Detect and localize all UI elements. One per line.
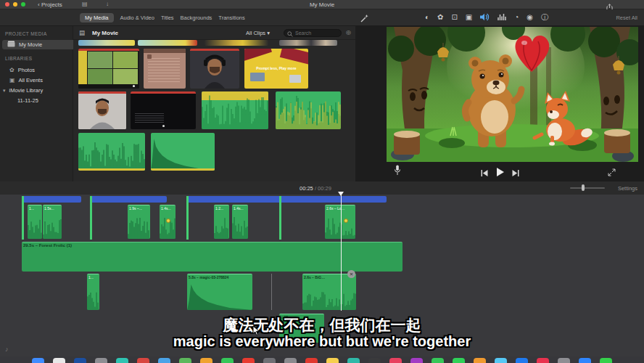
effects-icon[interactable]: ◉	[527, 14, 533, 21]
media-thumbnail[interactable]	[279, 40, 337, 46]
media-thumbnail[interactable]	[78, 40, 135, 46]
dock-app-icon[interactable]	[305, 358, 318, 363]
dock-app-icon[interactable]	[453, 358, 465, 363]
disclosure-chevron-icon[interactable]: ▾	[3, 88, 6, 94]
clip-settings-icon[interactable]: ◎	[346, 29, 351, 36]
color-correction-icon[interactable]: ✿	[437, 14, 443, 21]
media-thumbnail[interactable]	[78, 49, 139, 89]
media-thumbnail[interactable]	[276, 91, 341, 129]
dock-app-icon[interactable]	[579, 358, 591, 363]
background-music-clip[interactable]: 29.5s – Forest Frolic (1)	[22, 242, 402, 272]
media-thumbnail[interactable]	[202, 91, 268, 129]
dock-app-icon[interactable]	[389, 358, 402, 363]
dock-app-icon[interactable]	[116, 358, 128, 363]
dock-app-icon[interactable]	[221, 358, 234, 363]
media-thumbnail[interactable]	[144, 49, 186, 89]
volume-dot-icon[interactable]	[344, 219, 348, 223]
fullscreen-icon[interactable]	[608, 166, 616, 179]
dock-app-icon[interactable]	[410, 358, 423, 363]
dock-app-icon[interactable]	[326, 358, 339, 363]
dock-app-icon[interactable]	[179, 358, 191, 363]
video-clip-bar[interactable]	[187, 196, 387, 203]
thumbnail-caption: Prompt less, Play more	[244, 66, 308, 70]
media-thumbnail[interactable]	[78, 91, 126, 129]
timeline-settings-button[interactable]: Settings	[618, 185, 637, 192]
info-icon[interactable]: ⓘ	[541, 14, 548, 21]
dock-app-icon[interactable]	[368, 358, 381, 363]
video-clip-bar[interactable]	[22, 196, 81, 203]
timeline-zoom-slider[interactable]	[570, 187, 605, 189]
tab-titles[interactable]: Titles	[161, 15, 174, 21]
audio-clip[interactable]: 1...	[28, 205, 42, 239]
sidebar-item-label: iMovie Library	[9, 87, 44, 94]
audio-clip[interactable]: 1.4s...	[160, 205, 176, 239]
dock-app-icon[interactable]	[347, 358, 360, 363]
dock-app-icon[interactable]	[600, 358, 612, 363]
clip-mute-badge-icon[interactable]: ✕	[347, 270, 355, 278]
clip-gap-marker	[271, 274, 272, 310]
dock-app-icon[interactable]	[558, 358, 570, 363]
sidebar-item-photos[interactable]: ✿ Photos	[9, 65, 35, 75]
sidebar-item-my-movie[interactable]: My Movie	[2, 40, 75, 49]
sound-effect-clip[interactable]: 2.6s – BiG…	[302, 274, 356, 310]
dock-app-icon[interactable]	[200, 358, 212, 363]
color-balance-icon[interactable]: ◐	[425, 14, 429, 21]
dock-app-icon[interactable]	[474, 358, 486, 363]
audio-clip[interactable]: 1.4s...	[232, 205, 248, 239]
dock-app-icon[interactable]	[516, 358, 528, 363]
dock-app-icon[interactable]	[537, 358, 549, 363]
video-clip-bar[interactable]	[91, 196, 167, 203]
skip-back-icon[interactable]	[481, 166, 488, 179]
dock-app-icon[interactable]	[158, 358, 170, 363]
audio-clip[interactable]: 1.5s...	[43, 205, 62, 239]
skip-forward-icon[interactable]	[512, 166, 519, 179]
dock-app-icon[interactable]	[32, 358, 44, 363]
tool-strip: My Media Audio & Video Titles Background…	[0, 9, 644, 26]
enhance-wand-icon[interactable]	[360, 13, 369, 26]
tab-audio-video[interactable]: Audio & Video	[120, 15, 154, 21]
tab-backgrounds[interactable]: Backgrounds	[181, 15, 212, 21]
media-thumbnail[interactable]	[190, 49, 239, 89]
media-thumbnail[interactable]	[205, 40, 268, 46]
reset-all-button[interactable]: Reset All	[616, 15, 637, 21]
volume-icon[interactable]	[480, 13, 490, 23]
crop-icon[interactable]: ⊡	[451, 14, 457, 21]
dock-app-icon[interactable]	[74, 358, 86, 363]
tab-transitions[interactable]: Transitions	[218, 15, 244, 21]
timeline-zoom-slider-thumb[interactable]	[582, 184, 585, 191]
panel-toggle-icon[interactable]: ▤	[79, 29, 85, 36]
media-thumbnail[interactable]	[151, 133, 215, 171]
volume-dot-icon[interactable]	[166, 219, 170, 223]
dock-app-icon[interactable]	[53, 358, 65, 363]
playhead[interactable]	[341, 193, 342, 311]
sound-effect-clip[interactable]: 1...	[87, 274, 99, 310]
speed-icon[interactable]: ◔	[514, 14, 519, 21]
search-input[interactable]: Search	[284, 29, 342, 37]
sidebar-item-all-events[interactable]: ▣ All Events	[9, 76, 43, 85]
dock-app-icon[interactable]	[495, 358, 507, 363]
search-placeholder: Search	[295, 30, 311, 36]
media-thumbnail[interactable]	[131, 91, 196, 129]
sidebar-item-imovie-library[interactable]: ▾ iMovie Library	[3, 86, 43, 95]
audio-clip[interactable]: 1.2...	[214, 205, 229, 239]
media-thumbnail[interactable]	[78, 133, 145, 171]
stabilization-icon[interactable]: ▣	[466, 14, 472, 21]
dock-app-icon[interactable]	[137, 358, 149, 363]
audio-clip[interactable]: 1.9s ~...	[128, 205, 150, 239]
play-icon[interactable]	[496, 166, 504, 179]
sound-effect-clip[interactable]: 5.8s – magic-03-278824	[187, 274, 252, 310]
video-preview[interactable]	[387, 27, 638, 162]
media-thumbnail[interactable]	[138, 40, 197, 46]
sidebar-item-event-date[interactable]: 11-11-25	[17, 96, 38, 105]
noise-reduction-icon[interactable]	[498, 13, 506, 22]
tab-my-media[interactable]: My Media	[80, 13, 114, 23]
dock-app-icon[interactable]	[284, 358, 297, 363]
dock-app-icon[interactable]	[263, 358, 276, 363]
dock-app-icon[interactable]	[95, 358, 107, 363]
clip-filter-dropdown[interactable]: All Clips ▾	[246, 30, 270, 36]
dock-app-icon[interactable]	[432, 358, 444, 363]
media-thumbnail[interactable]: Prompt less, Play more	[244, 49, 308, 89]
voiceover-mic-icon[interactable]	[394, 165, 401, 179]
media-panel-title: My Movie	[92, 30, 118, 36]
dock-app-icon[interactable]	[242, 358, 255, 363]
